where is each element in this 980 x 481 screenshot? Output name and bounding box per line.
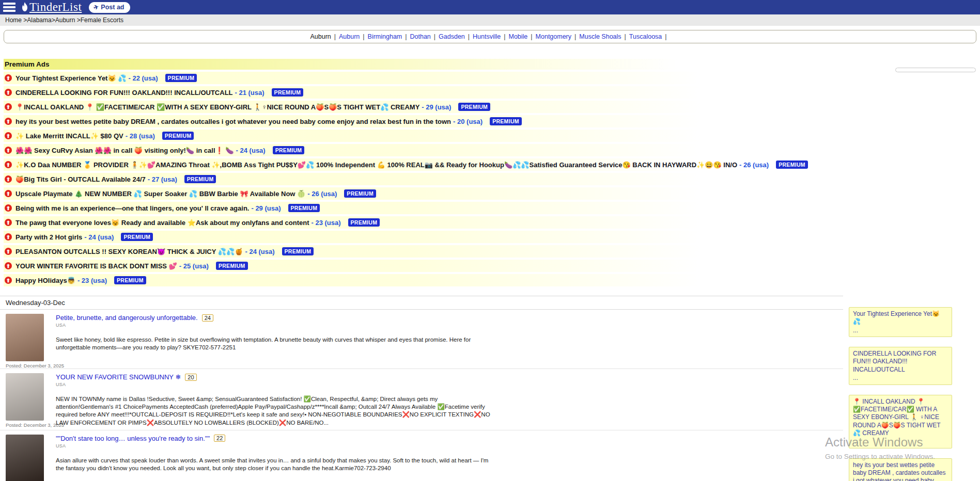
site-logo[interactable]: TinderList [21, 1, 82, 14]
premium-badge: PREMIUM [348, 218, 380, 227]
arrow-up-icon: ⬆ [5, 118, 12, 125]
premium-ad-row[interactable]: ⬆ ✨K.O Daa NUMBER 🥇 PROVIDER 🧍✨💕AMAZING … [4, 158, 737, 171]
premium-ad-age: - 25 (usa) [179, 262, 209, 270]
premium-badge: PREMIUM [344, 189, 376, 198]
premium-ad-title[interactable]: ✨K.O Daa NUMBER 🥇 PROVIDER 🧍✨💕AMAZING Th… [15, 161, 737, 169]
premium-ad-title[interactable]: Party with 2 Hot girls [15, 233, 82, 241]
listing-country: USA [56, 323, 494, 328]
paper-plane-icon: ✈ [92, 3, 100, 11]
premium-ad-row[interactable]: ⬆ Upscale Playmate 🎄 NEW NUMBER 💦 Super … [4, 187, 737, 200]
premium-ad-row[interactable]: ⬆ The pawg that everyone loves😼 Ready an… [4, 216, 737, 229]
sidebar-ad-box[interactable]: CINDERELLA LOOKING FOR FUN!!! OAKLAND!!!… [849, 347, 952, 384]
top-header-bar: TinderList ✈ Post ad [0, 0, 980, 14]
city-link[interactable]: Huntsville [473, 33, 501, 40]
premium-badge: PREMIUM [165, 74, 197, 83]
premium-ad-title[interactable]: CINDERELLA LOOKING FOR FUN!!! OAKLAND!!!… [15, 89, 233, 97]
menu-icon[interactable] [3, 3, 15, 12]
date-header: Wednesday-03-Dec [0, 296, 843, 310]
city-navigation-box: Auburn | Auburn | Birmingham | Dothan | … [4, 30, 976, 43]
listing-thumbnail[interactable] [6, 314, 44, 361]
premium-badge: PREMIUM [288, 204, 320, 213]
separator: | [363, 33, 364, 40]
arrow-up-icon: ⬆ [5, 147, 12, 154]
premium-ad-row[interactable]: ⬆ CINDERELLA LOOKING FOR FUN!!! OAKLAND!… [4, 86, 737, 99]
premium-ad-row[interactable]: ⬆ PLEASANTON OUTCALLS !! SEXY KOREAN😈 TH… [4, 245, 737, 258]
listing-row[interactable]: Posted: December 3, 2025 YOUR NEW FAVORI… [0, 369, 843, 430]
listing-row[interactable]: Posted: December 3, 2025 Petite, brunett… [0, 310, 843, 369]
premium-ad-title[interactable]: PLEASANTON OUTCALLS !! SEXY KOREAN😈 THIC… [15, 248, 243, 255]
premium-ad-title[interactable]: ✨ Lake Merritt INCALL✨ $80 QV [15, 132, 123, 140]
listing-thumb-column: Posted: December 3, 2025 [6, 314, 50, 368]
city-link[interactable]: Mobile [508, 33, 527, 40]
separator: | [531, 33, 532, 40]
premium-ad-row[interactable]: ⬆ hey its your best wettes petite baby D… [4, 115, 737, 127]
premium-ad-row[interactable]: ⬆ Happy HOlidays👼 - 23 (usa) PREMIUM [4, 274, 737, 286]
premium-ad-age: - 29 (usa) [251, 204, 281, 212]
sidebar-ad-title: 📍 INCALL OAKLAND 📍 ✅FACETIME/CAR✅ WITH A… [853, 398, 948, 438]
premium-ad-row[interactable]: ⬆ 🌺🌺 Sexy CuRvy Asian 🌺🌺 in call 🍑 visit… [4, 144, 737, 156]
listing-thumb-column: Posted: December 3, 2025 [6, 435, 50, 481]
premium-ad-title[interactable]: The pawg that everyone loves😼 Ready and … [15, 219, 309, 227]
premium-ad-row[interactable]: ⬆ Your Tightest Experience Yet😼 💦 - 22 (… [4, 72, 737, 84]
premium-ad-title[interactable]: Upscale Playmate 🎄 NEW NUMBER 💦 Super So… [15, 190, 305, 198]
listing-thumb-column: Posted: December 3, 2025 [6, 373, 50, 430]
premium-ad-row[interactable]: ⬆ Party with 2 Hot girls - 24 (usa) PREM… [4, 231, 737, 243]
premium-ad-title[interactable]: Being with me is an experience—one that … [15, 204, 249, 212]
horizontal-scrollbar[interactable] [895, 68, 976, 72]
premium-ad-row[interactable]: ⬆ ✨ Lake Merritt INCALL✨ $80 QV - 28 (us… [4, 130, 737, 142]
premium-ad-row[interactable]: ⬆ Being with me is an experience—one tha… [4, 202, 737, 214]
city-link[interactable]: Montgomery [536, 33, 571, 40]
listing-description: Asian allure with curves that speak loud… [56, 457, 494, 472]
premium-badge: PREMIUM [216, 262, 248, 270]
premium-ad-title[interactable]: hey its your best wettes petite baby DRE… [15, 118, 451, 125]
listing-description: Sweet like honey, bold like espresso. Pe… [56, 336, 494, 351]
breadcrumb[interactable]: Home >Alabama>Auburn >Female Escorts [0, 14, 980, 26]
city-link[interactable]: Tuscaloosa [629, 33, 662, 40]
city-link[interactable]: Muscle Shoals [579, 33, 621, 40]
premium-badge: PREMIUM [458, 103, 490, 111]
premium-ad-title[interactable]: Your Tightest Experience Yet😼 💦 [15, 74, 127, 82]
listing-thumbnail[interactable] [6, 373, 44, 421]
breadcrumb-text: Home >Alabama>Auburn >Female Escorts [5, 17, 123, 24]
sidebar-ad-box[interactable]: hey its your best wettes petite baby DRE… [849, 458, 952, 481]
sidebar-ad-title: hey its your best wettes petite baby DRE… [853, 461, 948, 481]
post-ad-button[interactable]: ✈ Post ad [89, 2, 130, 13]
arrow-up-icon: ⬆ [5, 204, 12, 212]
age-badge: 24 [202, 314, 213, 322]
sidebar-ad-box[interactable]: 📍 INCALL OAKLAND 📍 ✅FACETIME/CAR✅ WITH A… [849, 395, 952, 448]
arrow-up-icon: ⬆ [5, 262, 12, 269]
premium-ad-title[interactable]: 🍑Big Tits Girl - OUTCALL Available 24/7 [15, 175, 146, 183]
listing-body: YOUR NEW FAVORITE SNOWBUNNY ❄ 20 USA NEW… [50, 373, 494, 430]
premium-ad-row[interactable]: ⬆ YOUR WINTER FAVORITE IS BACK DONT MISS… [4, 260, 737, 272]
premium-ad-row[interactable]: ⬆ 🍑Big Tits Girl - OUTCALL Available 24/… [4, 173, 737, 185]
premium-ad-title[interactable]: YOUR WINTER FAVORITE IS BACK DONT MISS 💕 [15, 262, 177, 270]
arrow-up-icon: ⬆ [5, 103, 12, 110]
city-link[interactable]: Auburn [339, 33, 360, 40]
listing-row[interactable]: Posted: December 3, 2025 ""Don't stare t… [0, 430, 843, 481]
premium-ad-title[interactable]: Happy HOlidays👼 [15, 277, 75, 284]
premium-ad-age: - 26 (usa) [307, 190, 337, 198]
listing-title-link[interactable]: YOUR NEW FAVORITE SNOWBUNNY ❄ [56, 373, 181, 381]
premium-badge: PREMIUM [282, 247, 314, 256]
listing-title-link[interactable]: Petite, brunette, and dangerously unforg… [56, 314, 198, 322]
age-badge: 20 [185, 374, 196, 381]
premium-ad-title[interactable]: 🌺🌺 Sexy CuRvy Asian 🌺🌺 in call 🍑 visitin… [15, 147, 234, 154]
city-link[interactable]: Birmingham [368, 33, 402, 40]
premium-ads-section: Premium Ads ⬆ Your Tightest Experience Y… [0, 59, 980, 286]
listing-thumbnail[interactable] [6, 435, 44, 481]
post-ad-label: Post ad [101, 4, 124, 11]
sidebar-ad-box[interactable]: Your Tightest Experience Yet😼 💦 ... [849, 307, 952, 337]
premium-ad-age: - 21 (usa) [235, 89, 265, 97]
separator: | [334, 33, 336, 40]
arrow-up-icon: ⬆ [5, 132, 12, 139]
separator: | [665, 33, 666, 40]
listing-title-link[interactable]: ""Don't stare too long… unless you're re… [56, 435, 210, 442]
city-link[interactable]: Dothan [410, 33, 431, 40]
premium-ad-age: - 28 (usa) [126, 132, 155, 140]
city-link[interactable]: Gadsden [439, 33, 465, 40]
premium-ad-title[interactable]: 📍INCALL OAKLAND 📍 ✅FACETIME/CAR ✅WITH A … [15, 103, 419, 111]
arrow-up-icon: ⬆ [5, 190, 12, 197]
premium-ad-row[interactable]: ⬆ 📍INCALL OAKLAND 📍 ✅FACETIME/CAR ✅WITH … [4, 101, 737, 113]
arrow-up-icon: ⬆ [5, 219, 12, 226]
logo-text: TinderList [29, 1, 82, 14]
